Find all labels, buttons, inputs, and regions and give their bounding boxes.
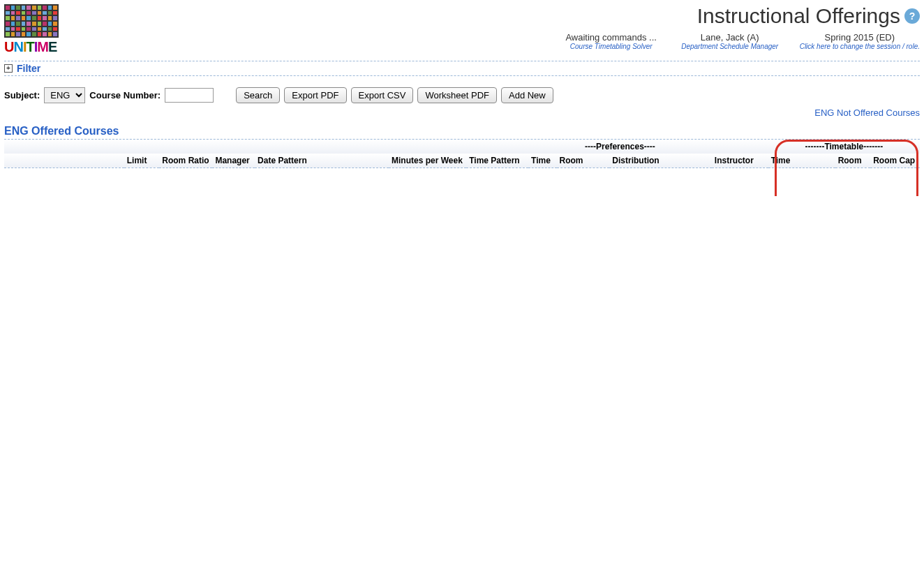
header-tt-room[interactable]: Room: [835, 154, 871, 168]
page-title: Instructional Offerings: [697, 4, 900, 28]
header-pref-time[interactable]: Time: [528, 154, 556, 168]
header-manager[interactable]: Manager: [212, 154, 255, 168]
header-minutes-per-week[interactable]: Minutes per Week: [389, 154, 466, 168]
expand-filter-icon[interactable]: +: [4, 64, 13, 73]
worksheet-pdf-button[interactable]: Worksheet PDF: [417, 87, 497, 103]
header-room-ratio[interactable]: Room Ratio: [159, 154, 212, 168]
header-instructor[interactable]: Instructor: [712, 154, 768, 168]
export-pdf-button[interactable]: Export PDF: [284, 87, 346, 103]
not-offered-link[interactable]: ENG Not Offered Courses: [814, 107, 920, 118]
filter-label[interactable]: Filter: [17, 63, 40, 74]
status-session[interactable]: Spring 2015 (ED) Click here to change th…: [800, 32, 920, 50]
header-name[interactable]: [4, 154, 124, 168]
export-csv-button[interactable]: Export CSV: [351, 87, 414, 103]
course-number-input[interactable]: [165, 88, 214, 103]
header-group-timetable: -------Timetable-------: [768, 140, 920, 154]
add-new-button[interactable]: Add New: [501, 87, 553, 103]
search-button[interactable]: Search: [236, 87, 280, 103]
header-limit[interactable]: Limit: [124, 154, 160, 168]
subject-select[interactable]: ENG: [44, 87, 85, 103]
section-title: ENG Offered Courses: [4, 125, 920, 140]
course-number-label: Course Number:: [89, 90, 161, 101]
header-time-pattern[interactable]: Time Pattern: [466, 154, 528, 168]
header-group-preferences: ----Preferences----: [528, 140, 712, 154]
app-logo[interactable]: UNITIME: [4, 4, 67, 55]
status-solver[interactable]: Awaiting commands ... Course Timetabling…: [562, 32, 660, 50]
header-tt-room-cap[interactable]: Room Cap: [870, 154, 920, 168]
offerings-table: ----Preferences---- -------Timetable----…: [4, 140, 920, 168]
status-user[interactable]: Lane, Jack (A) Department Schedule Manag…: [681, 32, 779, 50]
subject-label: Subject:: [4, 90, 40, 101]
logo-grid-icon: [4, 4, 59, 38]
header-tt-time[interactable]: Time: [768, 154, 835, 168]
logo-text: UNITIME: [4, 39, 67, 55]
header-pref-room[interactable]: Room: [557, 154, 610, 168]
help-icon[interactable]: ?: [904, 8, 920, 24]
header-date-pattern[interactable]: Date Pattern: [255, 154, 389, 168]
header-pref-distribution[interactable]: Distribution: [609, 154, 712, 168]
